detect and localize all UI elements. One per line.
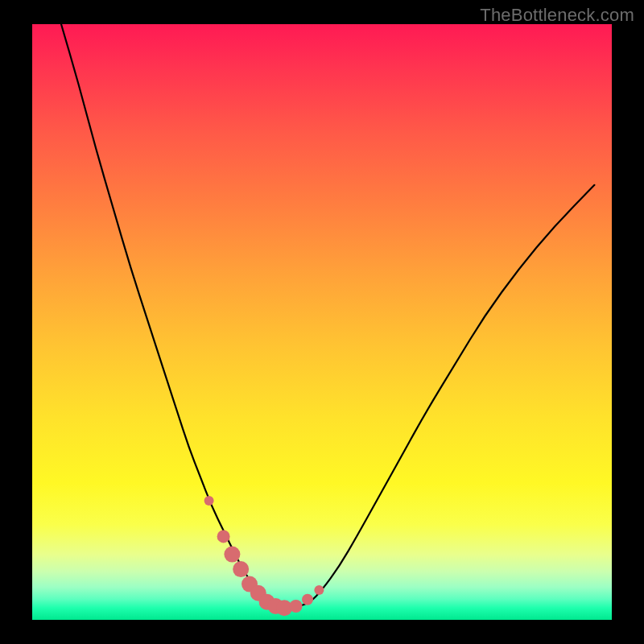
plot-area xyxy=(32,24,612,620)
marker-dot xyxy=(204,496,214,506)
marker-dot xyxy=(224,547,240,563)
marker-dot xyxy=(302,594,313,605)
marker-dot xyxy=(217,530,230,543)
marker-dot xyxy=(314,585,324,595)
chart-frame: TheBottleneck.com xyxy=(0,0,644,644)
chart-svg xyxy=(32,24,612,620)
highlight-markers xyxy=(204,496,324,616)
watermark-text: TheBottleneck.com xyxy=(480,5,634,26)
marker-dot xyxy=(290,600,303,613)
bottleneck-curve xyxy=(61,24,594,608)
marker-dot xyxy=(233,561,249,577)
